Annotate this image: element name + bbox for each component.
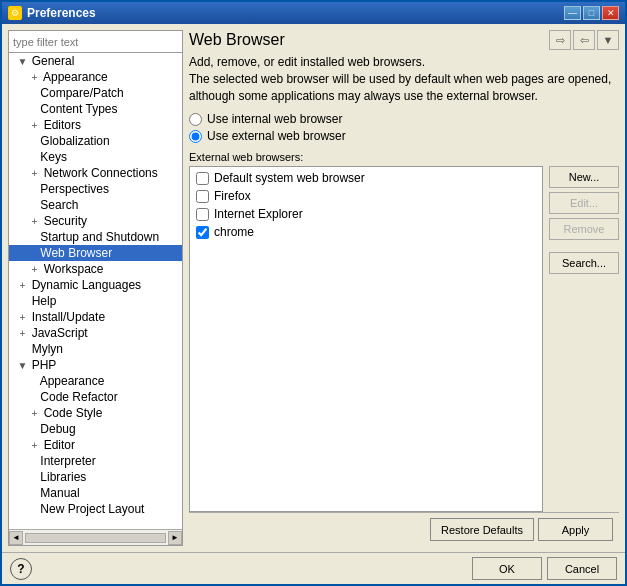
tree-item-php[interactable]: ▼ PHP xyxy=(9,357,182,373)
tree-item-content-types[interactable]: Content Types xyxy=(9,101,182,117)
tree-item-dynamic-languages[interactable]: + Dynamic Languages xyxy=(9,277,182,293)
content-area: ▼ General + Appearance Compare/Patch xyxy=(2,24,625,584)
dialog-bottom: ? OK Cancel xyxy=(2,552,625,584)
expand-network[interactable]: + xyxy=(28,168,40,179)
cancel-button[interactable]: Cancel xyxy=(547,557,617,580)
apply-button[interactable]: Apply xyxy=(538,518,613,541)
window-controls: — □ ✕ xyxy=(564,6,619,20)
help-button[interactable]: ? xyxy=(10,558,32,580)
tree-item-manual[interactable]: Manual xyxy=(9,485,182,501)
browser-checkbox-default[interactable] xyxy=(196,172,209,185)
tree-item-appearance[interactable]: + Appearance xyxy=(9,69,182,85)
nav-forward-button[interactable]: ⇨ xyxy=(549,30,571,50)
expand-general[interactable]: ▼ xyxy=(16,56,28,67)
ok-button[interactable]: OK xyxy=(472,557,542,580)
expand-security[interactable]: + xyxy=(28,216,40,227)
preferences-window: ⚙ Preferences — □ ✕ ▼ General xyxy=(0,0,627,586)
tree-item-workspace[interactable]: + Workspace xyxy=(9,261,182,277)
tree-item-security[interactable]: + Security xyxy=(9,213,182,229)
radio-internal[interactable] xyxy=(189,113,202,126)
radio-external[interactable] xyxy=(189,130,202,143)
tree-item-web-browser[interactable]: Web Browser xyxy=(9,245,182,261)
radio-internal-text: Use internal web browser xyxy=(207,112,342,126)
tree-item-search[interactable]: Search xyxy=(9,197,182,213)
tree-horizontal-scrollbar[interactable]: ◄ ► xyxy=(9,529,182,545)
edit-browser-button[interactable]: Edit... xyxy=(549,192,619,214)
nav-back-button[interactable]: ⇦ xyxy=(573,30,595,50)
browsers-section: External web browsers: Default system we… xyxy=(189,151,619,512)
browser-item-ie[interactable]: Internet Explorer xyxy=(192,205,540,223)
page-header: Web Browser ⇨ ⇦ ▼ xyxy=(189,30,619,50)
nav-dropdown-button[interactable]: ▼ xyxy=(597,30,619,50)
tree-item-startup-shutdown[interactable]: Startup and Shutdown xyxy=(9,229,182,245)
tree-item-editor[interactable]: + Editor xyxy=(9,437,182,453)
main-panel: ▼ General + Appearance Compare/Patch xyxy=(2,24,625,552)
desc-line3: although some applications may always us… xyxy=(189,89,538,103)
tree-item-compare-patch[interactable]: Compare/Patch xyxy=(9,85,182,101)
tree-item-libraries[interactable]: Libraries xyxy=(9,469,182,485)
tree-item-debug[interactable]: Debug xyxy=(9,421,182,437)
title-bar-left: ⚙ Preferences xyxy=(8,6,96,20)
close-button[interactable]: ✕ xyxy=(602,6,619,20)
scroll-track[interactable] xyxy=(25,533,166,543)
expand-appearance[interactable]: + xyxy=(28,72,40,83)
expand-javascript[interactable]: + xyxy=(16,328,28,339)
tree-item-perspectives[interactable]: Perspectives xyxy=(9,181,182,197)
tree-item-network-connections[interactable]: + Network Connections xyxy=(9,165,182,181)
new-browser-button[interactable]: New... xyxy=(549,166,619,188)
window-icon: ⚙ xyxy=(8,6,22,20)
window-title: Preferences xyxy=(27,6,96,20)
right-panel: Web Browser ⇨ ⇦ ▼ Add, remove, or edit i… xyxy=(189,30,619,546)
expand-php[interactable]: ▼ xyxy=(16,360,28,371)
radio-external-label[interactable]: Use external web browser xyxy=(189,129,619,143)
tree-item-general[interactable]: ▼ General xyxy=(9,53,182,69)
radio-internal-label[interactable]: Use internal web browser xyxy=(189,112,619,126)
expand-install[interactable]: + xyxy=(16,312,28,323)
restore-defaults-button[interactable]: Restore Defaults xyxy=(430,518,534,541)
browser-checkbox-firefox[interactable] xyxy=(196,190,209,203)
tree-area: ▼ General + Appearance Compare/Patch xyxy=(9,53,182,529)
browser-item-default[interactable]: Default system web browser xyxy=(192,169,540,187)
scroll-right-btn[interactable]: ► xyxy=(168,531,182,545)
radio-external-text: Use external web browser xyxy=(207,129,346,143)
ok-cancel-buttons: OK Cancel xyxy=(472,557,617,580)
browser-label-chrome: chrome xyxy=(214,225,254,239)
expand-code-style[interactable]: + xyxy=(28,408,40,419)
browser-label-firefox: Firefox xyxy=(214,189,251,203)
browser-checkbox-chrome[interactable] xyxy=(196,226,209,239)
tree-item-globalization[interactable]: Globalization xyxy=(9,133,182,149)
tree-item-php-appearance[interactable]: Appearance xyxy=(9,373,182,389)
browser-item-chrome[interactable]: chrome xyxy=(192,223,540,241)
tree-item-code-refactor[interactable]: Code Refactor xyxy=(9,389,182,405)
tree-item-new-project-layout[interactable]: New Project Layout xyxy=(9,501,182,517)
browsers-side-buttons: New... Edit... Remove Search... xyxy=(549,166,619,512)
tree-item-interpreter[interactable]: Interpreter xyxy=(9,453,182,469)
tree-item-keys[interactable]: Keys xyxy=(9,149,182,165)
scroll-left-btn[interactable]: ◄ xyxy=(9,531,23,545)
browser-checkbox-ie[interactable] xyxy=(196,208,209,221)
browsers-list[interactable]: Default system web browser Firefox Inter… xyxy=(189,166,543,512)
browser-radio-group: Use internal web browser Use external we… xyxy=(189,112,619,143)
search-browser-button[interactable]: Search... xyxy=(549,252,619,274)
maximize-button[interactable]: □ xyxy=(583,6,600,20)
bottom-buttons: Restore Defaults Apply xyxy=(189,512,619,546)
minimize-button[interactable]: — xyxy=(564,6,581,20)
tree-item-javascript[interactable]: + JavaScript xyxy=(9,325,182,341)
tree-item-editors[interactable]: + Editors xyxy=(9,117,182,133)
remove-browser-button[interactable]: Remove xyxy=(549,218,619,240)
browser-label-default: Default system web browser xyxy=(214,171,365,185)
tree-item-code-style[interactable]: + Code Style xyxy=(9,405,182,421)
tree-item-mylyn[interactable]: + Mylyn xyxy=(9,341,182,357)
tree-item-help[interactable]: + Help xyxy=(9,293,182,309)
expand-editor[interactable]: + xyxy=(28,440,40,451)
expand-dynamic-lang[interactable]: + xyxy=(16,280,28,291)
expand-workspace[interactable]: + xyxy=(28,264,40,275)
browser-item-firefox[interactable]: Firefox xyxy=(192,187,540,205)
expand-editors[interactable]: + xyxy=(28,120,40,131)
filter-input[interactable] xyxy=(9,31,182,53)
tree-item-install-update[interactable]: + Install/Update xyxy=(9,309,182,325)
desc-line1: Add, remove, or edit installed web brows… xyxy=(189,55,425,69)
browser-label-ie: Internet Explorer xyxy=(214,207,303,221)
page-title: Web Browser xyxy=(189,31,285,49)
title-bar: ⚙ Preferences — □ ✕ xyxy=(2,2,625,24)
